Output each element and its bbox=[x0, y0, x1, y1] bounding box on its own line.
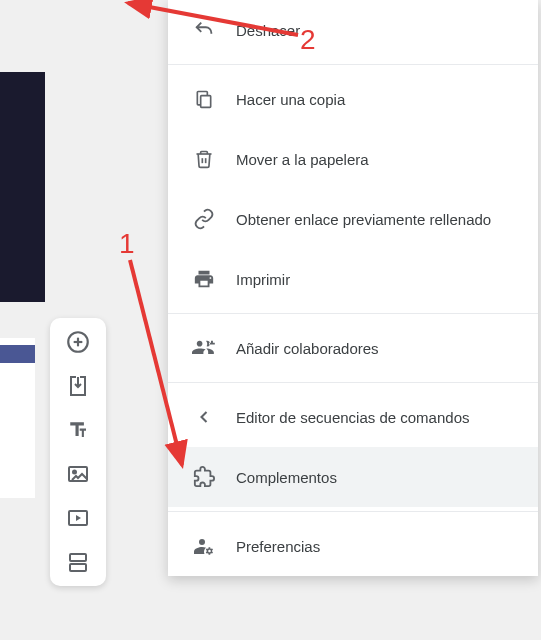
video-icon bbox=[66, 506, 90, 530]
annotation-label-1: 1 bbox=[119, 228, 135, 260]
menu-item-trash[interactable]: Mover a la papelera bbox=[168, 129, 538, 189]
menu-item-collaborators[interactable]: Añadir colaboradores bbox=[168, 318, 538, 378]
import-icon bbox=[66, 374, 90, 398]
svg-point-11 bbox=[199, 539, 205, 545]
image-icon bbox=[66, 462, 90, 486]
import-questions-button[interactable] bbox=[64, 372, 92, 400]
svg-rect-6 bbox=[70, 554, 86, 561]
floating-toolbar bbox=[50, 318, 106, 586]
people-add-icon bbox=[192, 336, 216, 360]
dropdown-menu: Deshacer Hacer una copia Mover a la pape… bbox=[168, 0, 538, 576]
add-image-button[interactable] bbox=[64, 460, 92, 488]
menu-divider bbox=[168, 382, 538, 383]
menu-item-label: Imprimir bbox=[236, 271, 290, 288]
menu-item-label: Complementos bbox=[236, 469, 337, 486]
puzzle-icon bbox=[192, 465, 216, 489]
text-icon bbox=[66, 418, 90, 442]
svg-point-4 bbox=[73, 471, 76, 474]
trash-icon bbox=[192, 147, 216, 171]
add-title-button[interactable] bbox=[64, 416, 92, 444]
add-video-button[interactable] bbox=[64, 504, 92, 532]
menu-divider bbox=[168, 313, 538, 314]
menu-item-label: Mover a la papelera bbox=[236, 151, 369, 168]
menu-item-label: Obtener enlace previamente rellenado bbox=[236, 211, 491, 228]
add-section-button[interactable] bbox=[64, 548, 92, 576]
menu-item-addons[interactable]: Complementos bbox=[168, 447, 538, 507]
person-gear-icon bbox=[192, 534, 216, 558]
svg-rect-8 bbox=[201, 96, 211, 108]
menu-item-label: Añadir colaboradores bbox=[236, 340, 379, 357]
menu-item-print[interactable]: Imprimir bbox=[168, 249, 538, 309]
menu-item-label: Preferencias bbox=[236, 538, 320, 555]
sidebar-blue-strip bbox=[0, 345, 35, 363]
section-icon bbox=[66, 550, 90, 574]
add-circle-icon bbox=[65, 329, 91, 355]
menu-divider bbox=[168, 511, 538, 512]
menu-item-preferences[interactable]: Preferencias bbox=[168, 516, 538, 576]
chevron-left-icon bbox=[192, 405, 216, 429]
link-icon bbox=[192, 207, 216, 231]
menu-item-script-editor[interactable]: Editor de secuencias de comandos bbox=[168, 387, 538, 447]
print-icon bbox=[192, 267, 216, 291]
svg-rect-7 bbox=[70, 564, 86, 571]
menu-item-undo[interactable]: Deshacer bbox=[168, 0, 538, 60]
menu-item-get-link[interactable]: Obtener enlace previamente rellenado bbox=[168, 189, 538, 249]
menu-item-label: Editor de secuencias de comandos bbox=[236, 409, 469, 426]
menu-divider bbox=[168, 64, 538, 65]
sidebar-dark-panel bbox=[0, 72, 45, 302]
menu-item-label: Deshacer bbox=[236, 22, 300, 39]
copy-icon bbox=[192, 87, 216, 111]
menu-item-label: Hacer una copia bbox=[236, 91, 345, 108]
menu-item-copy[interactable]: Hacer una copia bbox=[168, 69, 538, 129]
add-question-button[interactable] bbox=[64, 328, 92, 356]
undo-icon bbox=[192, 18, 216, 42]
